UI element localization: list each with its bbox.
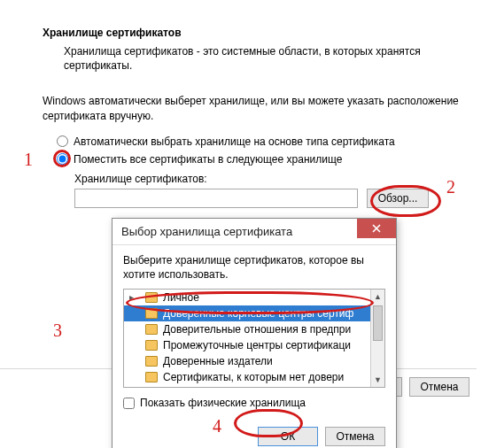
- tree-item-label: Промежуточные центры сертификаци: [163, 339, 351, 351]
- tree-item-label: Доверенные корневые центры сертиф: [163, 307, 353, 320]
- tree-item-label: Доверенные издатели: [163, 355, 273, 367]
- folder-icon: [145, 292, 158, 303]
- tree-item[interactable]: Промежуточные центры сертификаци: [124, 337, 384, 353]
- browse-button[interactable]: Обзор...: [367, 189, 429, 208]
- scroll-thumb[interactable]: [373, 305, 383, 341]
- tree-item-label: Сертификаты, к которым нет довери: [163, 371, 344, 383]
- folder-icon: [145, 308, 158, 319]
- page-instruction: Windows автоматически выберет хранилище,…: [43, 94, 468, 122]
- tree-item[interactable]: Доверительные отношения в предпри: [124, 321, 384, 337]
- dialog-body: Выберите хранилище сертификатов, которое…: [112, 245, 396, 420]
- page-title: Хранилище сертификатов: [43, 27, 468, 39]
- tree-item[interactable]: Доверенные издатели: [124, 353, 384, 369]
- folder-icon: [145, 356, 158, 367]
- dialog-title-text: Выбор хранилища сертификата: [121, 225, 292, 238]
- store-tree[interactable]: ▸ Личное Доверенные корневые центры серт…: [123, 289, 385, 388]
- dialog-titlebar: Выбор хранилища сертификата: [112, 219, 396, 245]
- folder-icon: [145, 324, 158, 335]
- radio-auto-label: Автоматически выбрать хранилище на основ…: [74, 135, 395, 148]
- page-description: Хранилища сертификатов - это системные о…: [64, 44, 468, 73]
- tree-item[interactable]: ▸ Личное: [124, 290, 384, 305]
- expand-icon[interactable]: ▸: [129, 292, 134, 302]
- wizard-page: Хранилище сертификатов Хранилища сертифи…: [43, 27, 468, 208]
- store-field-label: Хранилище сертификатов:: [74, 173, 468, 185]
- show-physical-input[interactable]: [123, 398, 135, 409]
- select-store-dialog: Выбор хранилища сертификата Выберите хра…: [112, 218, 397, 448]
- tree-item-label: Личное: [163, 291, 199, 304]
- store-input-row: Обзор...: [74, 189, 468, 208]
- tree-item-label: Доверительные отношения в предпри: [163, 323, 351, 336]
- ok-button[interactable]: ОК: [258, 427, 318, 446]
- radio-manual-label: Поместить все сертификаты в следующее хр…: [74, 153, 342, 166]
- dialog-cancel-button[interactable]: Отмена: [325, 427, 385, 446]
- scroll-down-icon[interactable]: ▼: [371, 373, 384, 387]
- show-physical-label: Показать физические хранилища: [140, 397, 306, 409]
- close-icon[interactable]: [357, 219, 396, 238]
- store-input[interactable]: [74, 189, 358, 208]
- annotation-number-3: 3: [53, 321, 62, 341]
- cancel-button[interactable]: Отмена: [409, 377, 469, 397]
- show-physical-checkbox[interactable]: Показать физические хранилища: [123, 397, 385, 409]
- dialog-message: Выберите хранилище сертификатов, которое…: [123, 254, 385, 282]
- annotation-number-1: 1: [24, 150, 33, 170]
- tree-item-selected[interactable]: Доверенные корневые центры сертиф: [124, 305, 384, 321]
- radio-manual-input[interactable]: [57, 153, 68, 165]
- folder-icon: [145, 372, 158, 382]
- radio-auto-input[interactable]: [57, 135, 68, 147]
- radio-auto-select[interactable]: Автоматически выбрать хранилище на основ…: [57, 135, 468, 148]
- tree-item[interactable]: Сертификаты, к которым нет довери: [124, 369, 384, 385]
- folder-icon: [145, 340, 158, 351]
- radio-manual-select[interactable]: Поместить все сертификаты в следующее хр…: [57, 153, 468, 166]
- scroll-up-icon[interactable]: ▲: [371, 290, 384, 304]
- scrollbar[interactable]: ▲ ▼: [370, 290, 384, 387]
- dialog-button-bar: ОК Отмена: [112, 420, 396, 448]
